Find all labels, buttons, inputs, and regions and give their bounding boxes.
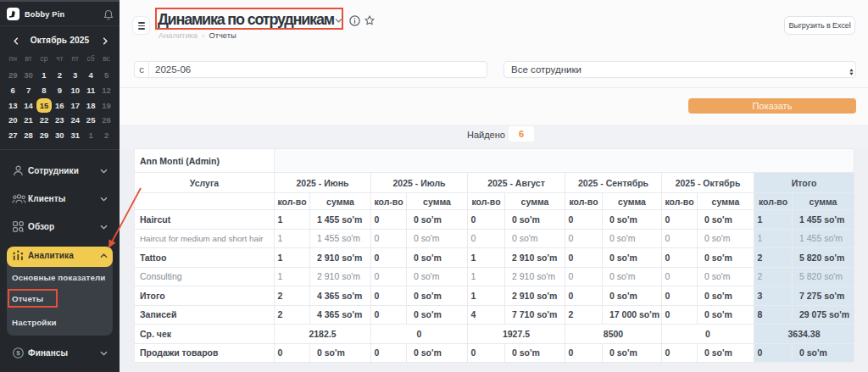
svg-text:$: $	[16, 349, 20, 357]
